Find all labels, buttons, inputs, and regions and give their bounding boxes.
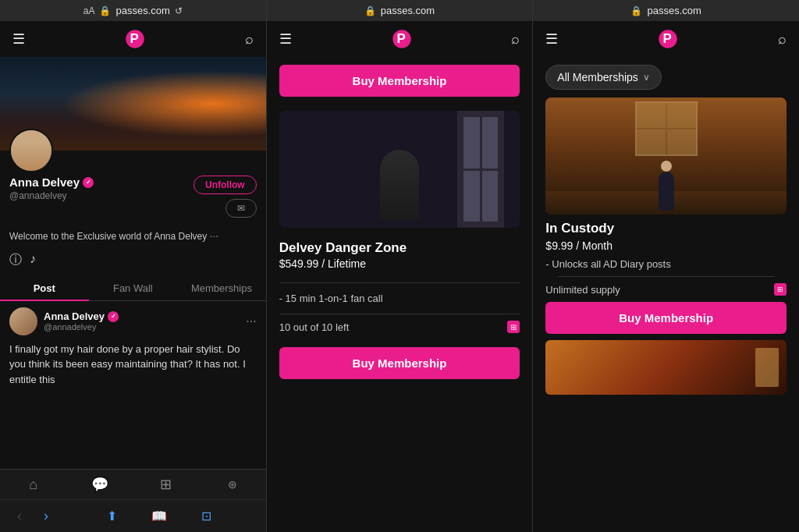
passes-logo-3: P — [658, 29, 678, 49]
panel-1: aA 🔒 passes.com ↺ ☰ P ⌕ — [0, 0, 267, 532]
passes-logo-2: P — [392, 29, 412, 49]
search-icon-2[interactable]: ⌕ — [511, 31, 520, 48]
all-memberships-dropdown[interactable]: All Memberships ∨ — [545, 65, 661, 90]
availability-icon: ⊞ — [507, 321, 520, 333]
panel-2: 🔒 passes.com ☰ P ⌕ Buy Membership — [267, 0, 534, 532]
ios-tabs-button[interactable]: ⊡ — [197, 507, 216, 525]
membership-image — [279, 111, 520, 228]
svg-text:P: P — [130, 31, 138, 46]
top-buy-button[interactable]: Buy Membership — [279, 65, 520, 97]
url-2[interactable]: passes.com — [381, 5, 435, 16]
more-dots[interactable]: ··· — [210, 229, 219, 242]
buy-section: Buy Membership — [267, 339, 533, 387]
post-name: Anna Delvey ✓ — [44, 310, 240, 322]
search-icon-3[interactable]: ⌕ — [778, 31, 787, 48]
font-size-control[interactable]: aA — [83, 5, 95, 16]
doll-head — [661, 161, 672, 172]
custody-card: In Custody $9.99 / Month - Unlocks all A… — [533, 98, 799, 334]
custody-title: In Custody — [545, 221, 787, 236]
custody-price: $9.99 / Month — [545, 239, 787, 252]
lock-icon-3: 🔒 — [630, 5, 642, 16]
search-icon[interactable]: ⌕ — [245, 31, 254, 48]
tiktok-icon[interactable]: ♪ — [30, 252, 36, 268]
buy-membership-button[interactable]: Buy Membership — [279, 347, 520, 379]
ios-nav-center: ⬆ 📖 ⊡ — [66, 507, 254, 525]
url-3[interactable]: passes.com — [647, 5, 701, 16]
social-links: ⓘ ♪ — [9, 252, 257, 268]
figure-silhouette — [380, 150, 419, 220]
membership-image-content — [279, 111, 520, 228]
profile-handle: @annadelvey — [9, 190, 194, 201]
post-handle: @annadelvey — [44, 322, 240, 332]
post-meta: Anna Delvey ✓ @annadelvey — [44, 310, 240, 332]
app-bar-1: ☰ P ⌕ — [0, 21, 266, 57]
bio-text: Welcome to the Exclusive world of Anna D… — [9, 229, 257, 244]
membership-title: Delvey Danger Zone — [279, 240, 520, 256]
unfollow-button[interactable]: Unfollow — [194, 176, 257, 194]
svg-text:P: P — [663, 31, 672, 46]
custody-feature: - Unlocks all AD Diary posts — [545, 258, 787, 270]
ios-share-button[interactable]: ⬆ — [102, 507, 122, 525]
doll-figure — [659, 172, 674, 211]
nav-social[interactable]: ⊛ — [200, 476, 266, 493]
profile-name: Anna Delvey ✓ — [9, 176, 194, 189]
reload-button[interactable]: ↺ — [175, 5, 183, 16]
browser-bar-2: 🔒 passes.com — [267, 0, 533, 21]
avatar-container — [9, 129, 53, 172]
svg-text:P: P — [396, 31, 405, 46]
post-content: I finally got my hair done by a proper h… — [9, 342, 257, 388]
hamburger-icon-3[interactable]: ☰ — [545, 30, 558, 48]
membership-price: $549.99 / Lifetime — [279, 257, 520, 270]
supply-icon: ⊞ — [774, 283, 787, 296]
ios-forward-button[interactable]: › — [39, 506, 53, 526]
preview-image-content — [545, 340, 787, 395]
ios-bookmarks-button[interactable]: 📖 — [147, 507, 172, 525]
url-1[interactable]: passes.com — [115, 5, 169, 16]
ios-nav: ‹ › ⬆ 📖 ⊡ — [0, 499, 266, 532]
bottom-nav: ⌂ 💬 ⊞ ⊛ — [0, 469, 266, 499]
tab-post[interactable]: Post — [0, 276, 89, 300]
panel-2-content: Buy Membership Del — [267, 57, 533, 532]
hamburger-icon[interactable]: ☰ — [12, 30, 25, 48]
chevron-down-icon: ∨ — [643, 72, 650, 83]
preview-light — [755, 348, 779, 387]
post-more-icon[interactable]: ··· — [246, 314, 256, 328]
filter-bar: All Memberships ∨ — [545, 65, 787, 90]
profile-name-section: Anna Delvey ✓ @annadelvey — [9, 176, 194, 201]
lock-icon: 🔒 — [99, 5, 111, 16]
hamburger-icon-2[interactable]: ☰ — [279, 30, 292, 48]
availability: 10 out of 10 left ⊞ — [279, 321, 520, 333]
profile-section: Anna Delvey ✓ @annadelvey Unfollow ✉ — [0, 151, 266, 224]
app-bar-3: ☰ P ⌕ — [533, 21, 799, 57]
window-bg — [279, 111, 520, 228]
custody-image-content — [545, 98, 787, 215]
divider-1 — [279, 282, 520, 283]
message-button[interactable]: ✉ — [225, 199, 257, 218]
feed-section: Anna Delvey ✓ @annadelvey ··· I finally … — [0, 301, 266, 469]
custody-supply: Unlimited supply ⊞ — [545, 283, 787, 296]
instagram-icon[interactable]: ⓘ — [9, 252, 22, 268]
tab-fan-wall[interactable]: Fan Wall — [89, 276, 178, 300]
avatar — [9, 129, 53, 172]
window-bars — [457, 111, 504, 228]
post-avatar — [9, 307, 37, 335]
nav-home[interactable]: ⌂ — [0, 476, 66, 493]
custody-window-pane — [635, 101, 698, 156]
custody-buy-button[interactable]: Buy Membership — [545, 302, 787, 334]
post-header: Anna Delvey ✓ @annadelvey ··· — [9, 307, 257, 335]
verified-badge: ✓ — [83, 177, 94, 188]
tab-memberships[interactable]: Memberships — [177, 276, 266, 300]
panel-3-scroll: In Custody $9.99 / Month - Unlocks all A… — [533, 98, 799, 532]
avatar-face — [11, 130, 51, 171]
lock-icon-2: 🔒 — [364, 5, 376, 16]
panel-3: 🔒 passes.com ☰ P ⌕ All Memberships ∨ — [533, 0, 799, 532]
filter-label: All Memberships — [557, 71, 637, 83]
browser-bar-1: aA 🔒 passes.com ↺ — [0, 0, 266, 21]
ios-back-button[interactable]: ‹ — [12, 506, 27, 526]
nav-grid[interactable]: ⊞ — [133, 476, 199, 493]
post-verified-badge: ✓ — [108, 311, 119, 322]
tabs-bar: Post Fan Wall Memberships — [0, 276, 266, 301]
top-buy-section: Buy Membership — [267, 57, 533, 105]
nav-messages[interactable]: 💬 — [66, 476, 133, 493]
custody-image — [545, 98, 787, 215]
